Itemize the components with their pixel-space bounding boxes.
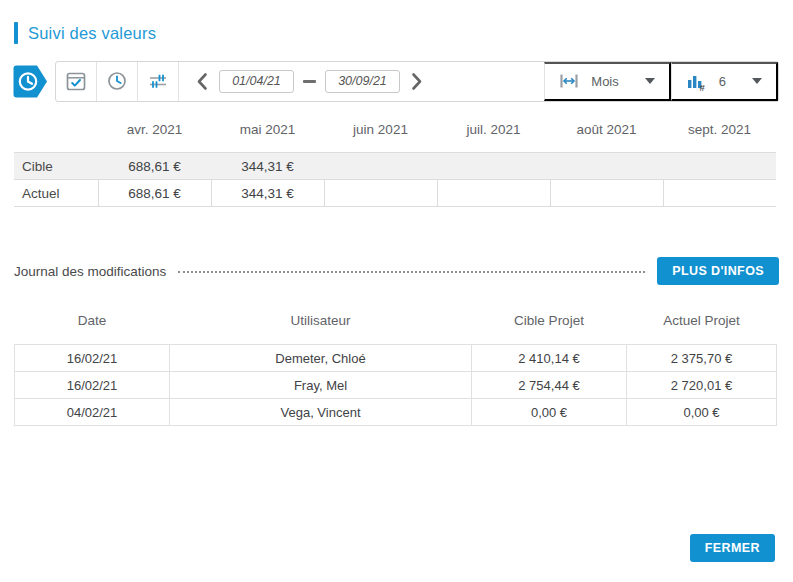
journal-section-header: Journal des modifications PLUS D'INFOS: [14, 257, 779, 285]
date-range-nav: [179, 70, 440, 93]
time-phased-view-badge[interactable]: [12, 63, 50, 99]
month-header: avr. 2021: [98, 116, 211, 153]
column-width-icon: [559, 73, 579, 89]
sliders-icon: [147, 70, 169, 92]
journal-row: 16/02/21 Demeter, Chloé 2 410,14 € 2 375…: [15, 345, 777, 372]
month-header: sept. 2021: [663, 116, 776, 153]
toolbar: Mois # 6: [55, 61, 779, 102]
journal-user-cell: Vega, Vincent: [170, 399, 472, 426]
journal-cible-cell: 2 410,14 €: [472, 345, 627, 372]
actuel-value-cell[interactable]: [550, 180, 663, 207]
calendar-view-button[interactable]: [56, 62, 97, 101]
journal-actuel-cell: 2 720,01 €: [627, 372, 777, 399]
values-table-header-row: avr. 2021 mai 2021 juin 2021 juil. 2021 …: [14, 116, 776, 153]
actuel-value-cell[interactable]: [324, 180, 437, 207]
actuel-value-cell[interactable]: 344,31 €: [211, 180, 324, 207]
journal-table: Date Utilisateur Cible Projet Actuel Pro…: [14, 313, 777, 426]
journal-actuel-cell: 2 375,70 €: [627, 345, 777, 372]
next-period-button[interactable]: [409, 70, 425, 93]
dialog-footer: FERMER: [690, 534, 775, 562]
table-row-cible: Cible 688,61 € 344,31 €: [14, 153, 776, 180]
journal-date-cell: 16/02/21: [15, 345, 170, 372]
calendar-check-icon: [65, 70, 87, 92]
svg-text:#: #: [699, 82, 705, 91]
journal-row: 04/02/21 Vega, Vincent 0,00 € 0,00 €: [15, 399, 777, 426]
journal-row: 16/02/21 Fray, Mel 2 754,44 € 2 720,01 €: [15, 372, 777, 399]
journal-column-header: Cible Projet: [472, 313, 627, 345]
dotted-divider: [178, 271, 645, 273]
interval-dropdown[interactable]: Mois: [544, 62, 670, 101]
cible-value-cell: [437, 153, 550, 180]
row-label-actuel: Actuel: [14, 180, 98, 207]
journal-actuel-cell: 0,00 €: [627, 399, 777, 426]
fermer-button[interactable]: FERMER: [690, 534, 775, 562]
period-count-dropdown[interactable]: # 6: [671, 62, 778, 101]
journal-title: Journal des modifications: [14, 264, 166, 279]
time-view-button[interactable]: [97, 62, 138, 101]
month-header: mai 2021: [211, 116, 324, 153]
cible-value-cell: 688,61 €: [98, 153, 211, 180]
empty-corner-header: [14, 116, 98, 153]
interval-value: Mois: [591, 74, 618, 89]
date-from-input[interactable]: [219, 70, 294, 93]
chevron-down-icon: [752, 78, 762, 84]
chevron-down-icon: [645, 78, 655, 84]
date-range-dash: [303, 80, 316, 83]
clock-badge-icon: [12, 64, 49, 99]
clock-icon: [106, 70, 128, 92]
month-header: août 2021: [550, 116, 663, 153]
table-row-actuel: Actuel 688,61 € 344,31 €: [14, 180, 776, 207]
values-table: avr. 2021 mai 2021 juin 2021 juil. 2021 …: [14, 116, 776, 207]
journal-column-header: Utilisateur: [170, 313, 472, 345]
journal-user-cell: Fray, Mel: [170, 372, 472, 399]
page-title: Suivi des valeurs: [28, 24, 156, 43]
journal-user-cell: Demeter, Chloé: [170, 345, 472, 372]
journal-column-header: Date: [15, 313, 170, 345]
toolbar-row: Mois # 6: [12, 60, 779, 102]
title-accent-bar: [14, 22, 18, 44]
plus-dinfos-button[interactable]: PLUS D'INFOS: [657, 257, 779, 285]
settings-view-button[interactable]: [138, 62, 179, 101]
journal-cible-cell: 2 754,44 €: [472, 372, 627, 399]
journal-column-header: Actuel Projet: [627, 313, 777, 345]
row-label-cible: Cible: [14, 153, 98, 180]
actuel-value-cell[interactable]: 688,61 €: [98, 180, 211, 207]
actuel-value-cell[interactable]: [663, 180, 776, 207]
cible-value-cell: [324, 153, 437, 180]
cible-value-cell: 344,31 €: [211, 153, 324, 180]
chevron-right-icon: [411, 72, 423, 91]
suivi-des-valeurs-dialog: Suivi des valeurs: [0, 0, 793, 582]
journal-date-cell: 04/02/21: [15, 399, 170, 426]
journal-cible-cell: 0,00 €: [472, 399, 627, 426]
period-count-value: 6: [719, 74, 726, 89]
journal-header-row: Date Utilisateur Cible Projet Actuel Pro…: [15, 313, 777, 345]
date-to-input[interactable]: [325, 70, 400, 93]
month-header: juin 2021: [324, 116, 437, 153]
actuel-value-cell[interactable]: [437, 180, 550, 207]
cible-value-cell: [663, 153, 776, 180]
title-row: Suivi des valeurs: [14, 22, 779, 44]
chevron-left-icon: [196, 72, 208, 91]
journal-date-cell: 16/02/21: [15, 372, 170, 399]
bar-chart-count-icon: #: [686, 72, 707, 91]
previous-period-button[interactable]: [194, 70, 210, 93]
cible-value-cell: [550, 153, 663, 180]
month-header: juil. 2021: [437, 116, 550, 153]
